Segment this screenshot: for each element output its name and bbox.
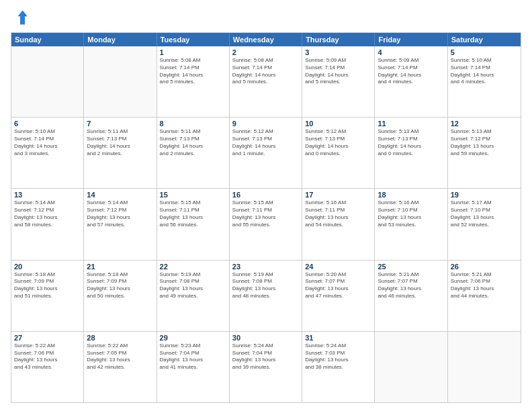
- cell-day-number: 17: [305, 191, 371, 199]
- cell-info: Sunrise: 5:24 AM Sunset: 7:04 PM Dayligh…: [232, 342, 299, 371]
- calendar-cell: 9Sunrise: 5:12 AM Sunset: 7:13 PM Daylig…: [230, 118, 302, 188]
- cell-info: Sunrise: 5:08 AM Sunset: 7:14 PM Dayligh…: [232, 57, 299, 86]
- cell-day-number: 6: [14, 120, 81, 128]
- cell-day-number: 16: [232, 191, 299, 199]
- cell-info: Sunrise: 5:13 AM Sunset: 7:13 PM Dayligh…: [378, 128, 444, 157]
- calendar-cell: 27Sunrise: 5:22 AM Sunset: 7:06 PM Dayli…: [11, 332, 84, 402]
- cell-day-number: 11: [378, 120, 444, 128]
- calendar-cell: 7Sunrise: 5:11 AM Sunset: 7:13 PM Daylig…: [84, 118, 157, 188]
- calendar-header: SundayMondayTuesdayWednesdayThursdayFrid…: [11, 33, 521, 46]
- calendar-cell: 30Sunrise: 5:24 AM Sunset: 7:04 PM Dayli…: [230, 332, 302, 402]
- calendar-cell: 25Sunrise: 5:21 AM Sunset: 7:07 PM Dayli…: [375, 261, 447, 331]
- header: [11, 8, 521, 27]
- cell-day-number: 2: [232, 48, 299, 56]
- calendar-cell: 19Sunrise: 5:17 AM Sunset: 7:10 PM Dayli…: [448, 189, 521, 259]
- cell-day-number: 5: [451, 48, 518, 56]
- calendar-row-2: 6Sunrise: 5:10 AM Sunset: 7:14 PM Daylig…: [11, 118, 521, 189]
- cell-day-number: 3: [305, 48, 371, 56]
- cell-day-number: 20: [14, 263, 81, 271]
- svg-marker-0: [18, 11, 28, 25]
- header-day-thursday: Thursday: [302, 33, 375, 46]
- cell-info: Sunrise: 5:12 AM Sunset: 7:13 PM Dayligh…: [232, 128, 299, 157]
- calendar-cell: 24Sunrise: 5:20 AM Sunset: 7:07 PM Dayli…: [302, 261, 375, 331]
- header-day-friday: Friday: [375, 33, 447, 46]
- cell-day-number: 23: [232, 263, 299, 271]
- cell-day-number: 21: [87, 263, 153, 271]
- cell-info: Sunrise: 5:17 AM Sunset: 7:10 PM Dayligh…: [451, 199, 518, 228]
- cell-info: Sunrise: 5:21 AM Sunset: 7:07 PM Dayligh…: [378, 271, 444, 300]
- calendar-row-1: 1Sunrise: 5:08 AM Sunset: 7:14 PM Daylig…: [11, 46, 521, 118]
- calendar-cell: [84, 46, 157, 117]
- calendar-row-3: 13Sunrise: 5:14 AM Sunset: 7:12 PM Dayli…: [11, 189, 521, 260]
- calendar: SundayMondayTuesdayWednesdayThursdayFrid…: [11, 32, 521, 403]
- calendar-cell: 18Sunrise: 5:16 AM Sunset: 7:10 PM Dayli…: [375, 189, 447, 259]
- calendar-cell: 26Sunrise: 5:21 AM Sunset: 7:06 PM Dayli…: [448, 261, 521, 331]
- calendar-cell: 10Sunrise: 5:12 AM Sunset: 7:13 PM Dayli…: [302, 118, 375, 188]
- cell-info: Sunrise: 5:24 AM Sunset: 7:03 PM Dayligh…: [305, 342, 371, 371]
- cell-day-number: 24: [305, 263, 371, 271]
- calendar-cell: [11, 46, 84, 117]
- cell-day-number: 8: [160, 120, 226, 128]
- cell-day-number: 4: [378, 48, 444, 56]
- calendar-cell: 11Sunrise: 5:13 AM Sunset: 7:13 PM Dayli…: [375, 118, 447, 188]
- cell-info: Sunrise: 5:15 AM Sunset: 7:11 PM Dayligh…: [232, 199, 299, 228]
- calendar-cell: 1Sunrise: 5:08 AM Sunset: 7:14 PM Daylig…: [157, 46, 230, 117]
- calendar-cell: 2Sunrise: 5:08 AM Sunset: 7:14 PM Daylig…: [230, 46, 302, 117]
- cell-day-number: 7: [87, 120, 153, 128]
- cell-day-number: 14: [87, 191, 153, 199]
- cell-day-number: 9: [232, 120, 299, 128]
- cell-day-number: 15: [160, 191, 226, 199]
- calendar-cell: 21Sunrise: 5:18 AM Sunset: 7:09 PM Dayli…: [84, 261, 157, 331]
- cell-day-number: 27: [14, 334, 81, 342]
- cell-info: Sunrise: 5:22 AM Sunset: 7:06 PM Dayligh…: [14, 342, 81, 371]
- cell-info: Sunrise: 5:16 AM Sunset: 7:11 PM Dayligh…: [305, 199, 371, 228]
- calendar-cell: 28Sunrise: 5:22 AM Sunset: 7:05 PM Dayli…: [84, 332, 157, 402]
- cell-info: Sunrise: 5:22 AM Sunset: 7:05 PM Dayligh…: [87, 342, 153, 371]
- page: SundayMondayTuesdayWednesdayThursdayFrid…: [0, 0, 532, 411]
- cell-day-number: 12: [451, 120, 518, 128]
- cell-info: Sunrise: 5:12 AM Sunset: 7:13 PM Dayligh…: [305, 128, 371, 157]
- cell-info: Sunrise: 5:15 AM Sunset: 7:11 PM Dayligh…: [160, 199, 226, 228]
- cell-info: Sunrise: 5:19 AM Sunset: 7:08 PM Dayligh…: [160, 271, 226, 300]
- cell-info: Sunrise: 5:16 AM Sunset: 7:10 PM Dayligh…: [378, 199, 444, 228]
- cell-info: Sunrise: 5:08 AM Sunset: 7:14 PM Dayligh…: [160, 57, 226, 86]
- cell-day-number: 26: [451, 263, 518, 271]
- calendar-row-5: 27Sunrise: 5:22 AM Sunset: 7:06 PM Dayli…: [11, 332, 521, 402]
- calendar-cell: 6Sunrise: 5:10 AM Sunset: 7:14 PM Daylig…: [11, 118, 84, 188]
- calendar-cell: 14Sunrise: 5:14 AM Sunset: 7:12 PM Dayli…: [84, 189, 157, 259]
- cell-day-number: 29: [160, 334, 226, 342]
- header-day-tuesday: Tuesday: [157, 33, 230, 46]
- cell-day-number: 28: [87, 334, 153, 342]
- cell-info: Sunrise: 5:20 AM Sunset: 7:07 PM Dayligh…: [305, 271, 371, 300]
- logo-icon: [11, 8, 30, 27]
- cell-info: Sunrise: 5:11 AM Sunset: 7:13 PM Dayligh…: [160, 128, 226, 157]
- cell-day-number: 22: [160, 263, 226, 271]
- cell-day-number: 19: [451, 191, 518, 199]
- cell-info: Sunrise: 5:09 AM Sunset: 7:14 PM Dayligh…: [378, 57, 444, 86]
- calendar-row-4: 20Sunrise: 5:18 AM Sunset: 7:09 PM Dayli…: [11, 261, 521, 332]
- calendar-cell: [375, 332, 447, 402]
- calendar-cell: 22Sunrise: 5:19 AM Sunset: 7:08 PM Dayli…: [157, 261, 230, 331]
- header-day-monday: Monday: [84, 33, 157, 46]
- cell-info: Sunrise: 5:10 AM Sunset: 7:14 PM Dayligh…: [14, 128, 81, 157]
- cell-info: Sunrise: 5:19 AM Sunset: 7:08 PM Dayligh…: [232, 271, 299, 300]
- cell-day-number: 13: [14, 191, 81, 199]
- calendar-cell: 4Sunrise: 5:09 AM Sunset: 7:14 PM Daylig…: [375, 46, 447, 117]
- calendar-cell: 12Sunrise: 5:13 AM Sunset: 7:12 PM Dayli…: [448, 118, 521, 188]
- calendar-cell: 31Sunrise: 5:24 AM Sunset: 7:03 PM Dayli…: [302, 332, 375, 402]
- cell-info: Sunrise: 5:13 AM Sunset: 7:12 PM Dayligh…: [451, 128, 518, 157]
- calendar-cell: 16Sunrise: 5:15 AM Sunset: 7:11 PM Dayli…: [230, 189, 302, 259]
- logo: [11, 8, 32, 27]
- calendar-cell: 20Sunrise: 5:18 AM Sunset: 7:09 PM Dayli…: [11, 261, 84, 331]
- cell-day-number: 1: [160, 48, 226, 56]
- header-day-wednesday: Wednesday: [230, 33, 302, 46]
- cell-info: Sunrise: 5:11 AM Sunset: 7:13 PM Dayligh…: [87, 128, 153, 157]
- calendar-cell: 17Sunrise: 5:16 AM Sunset: 7:11 PM Dayli…: [302, 189, 375, 259]
- cell-day-number: 25: [378, 263, 444, 271]
- cell-day-number: 31: [305, 334, 371, 342]
- cell-day-number: 10: [305, 120, 371, 128]
- cell-info: Sunrise: 5:14 AM Sunset: 7:12 PM Dayligh…: [87, 199, 153, 228]
- calendar-cell: 13Sunrise: 5:14 AM Sunset: 7:12 PM Dayli…: [11, 189, 84, 259]
- calendar-cell: 3Sunrise: 5:09 AM Sunset: 7:14 PM Daylig…: [302, 46, 375, 117]
- cell-info: Sunrise: 5:23 AM Sunset: 7:04 PM Dayligh…: [160, 342, 226, 371]
